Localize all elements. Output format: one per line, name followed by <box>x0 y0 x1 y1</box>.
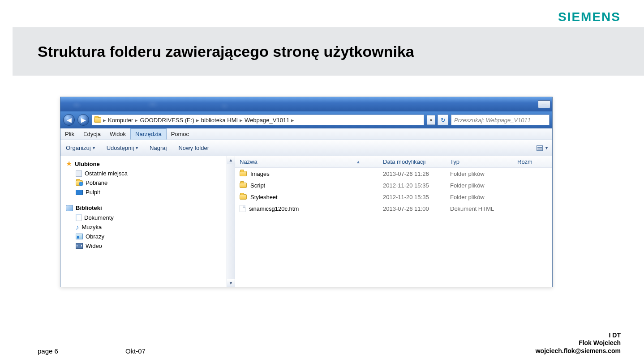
desktop-icon <box>76 190 83 195</box>
chevron-down-icon[interactable]: ▾ <box>545 145 548 150</box>
file-list-pane: Nazwa▲ Data modyfikacji Typ Rozm Images … <box>235 156 552 287</box>
organize-button[interactable]: Organizuj ▾ <box>66 145 95 151</box>
slide-footer: page 6 Okt-07 I DT Flok Wojciech wojciec… <box>38 332 621 355</box>
nav-documents[interactable]: Dokumenty <box>66 213 235 222</box>
scroll-up-icon[interactable]: ▲ <box>227 156 235 164</box>
nav-pictures[interactable]: Obrazy <box>66 232 235 241</box>
menu-narzedzia[interactable]: Narzędzia <box>130 128 167 140</box>
breadcrumb-item[interactable]: GOODDRIVESS (E:)▸ <box>140 117 199 124</box>
search-input[interactable]: Przeszukaj: Webpage_V1011 <box>451 115 550 125</box>
nav-scrollbar[interactable]: ▲ ▼ <box>227 156 235 287</box>
breadcrumb-item[interactable]: Komputer▸ <box>108 117 138 124</box>
video-icon <box>76 243 83 249</box>
chevron-right-icon: ▸ <box>103 117 106 124</box>
minimize-button[interactable]: — <box>538 100 550 108</box>
page-number: page 6 <box>38 347 58 355</box>
navigation-pane: ★Ulubione Ostatnie miejsca Pobrane Pulpi… <box>60 156 235 287</box>
folder-icon <box>240 194 247 200</box>
column-date[interactable]: Data modyfikacji <box>378 158 446 165</box>
column-type[interactable]: Typ <box>446 158 513 165</box>
window-titlebar[interactable]: — <box>60 97 552 111</box>
file-row[interactable]: sinamicsg120c.htm 2013-07-26 11:00 Dokum… <box>235 203 552 214</box>
nav-forward-button[interactable]: ▶ <box>77 114 89 126</box>
new-folder-button[interactable]: Nowy folder <box>178 145 209 151</box>
nav-music[interactable]: ♪Muzyka <box>66 222 235 232</box>
music-icon: ♪ <box>76 224 79 230</box>
scroll-down-icon[interactable]: ▼ <box>227 279 235 287</box>
menu-bar: Plik Edycja Widok Narzędzia Pomoc <box>60 128 552 140</box>
department: I DT <box>536 332 621 340</box>
address-toolbar: ◀ ▶ ▸ Komputer▸ GOODDRIVESS (E:)▸ biblio… <box>60 111 552 128</box>
refresh-button[interactable]: ↻ <box>438 115 448 125</box>
breadcrumb-item[interactable]: biblioteka HMI▸ <box>201 117 243 124</box>
recent-icon <box>76 170 82 177</box>
menu-pomoc[interactable]: Pomoc <box>167 128 193 140</box>
nav-libraries[interactable]: Biblioteki <box>66 203 235 213</box>
author-name: Flok Wojciech <box>536 339 621 347</box>
downloads-icon <box>76 180 83 186</box>
breadcrumb-bar[interactable]: ▸ Komputer▸ GOODDRIVESS (E:)▸ biblioteka… <box>92 115 424 125</box>
file-row[interactable]: Images 2013-07-26 11:26 Folder plików <box>235 168 552 179</box>
nav-recent-places[interactable]: Ostatnie miejsca <box>66 169 235 178</box>
breadcrumb-dropdown[interactable]: ▾ <box>427 115 435 125</box>
menu-plik[interactable]: Plik <box>60 128 79 140</box>
html-file-icon <box>240 205 245 212</box>
menu-edycja[interactable]: Edycja <box>79 128 105 140</box>
nav-videos[interactable]: Wideo <box>66 241 235 251</box>
folder-icon <box>240 183 247 188</box>
file-row[interactable]: Script 2012-11-20 15:35 Folder plików <box>235 179 552 191</box>
siemens-logo: SIEMENS <box>558 10 621 24</box>
column-header-row: Nazwa▲ Data modyfikacji Typ Rozm <box>235 156 552 168</box>
pictures-icon <box>76 234 83 239</box>
burn-button[interactable]: Nagraj <box>150 145 167 151</box>
nav-desktop[interactable]: Pulpit <box>66 187 235 197</box>
star-icon: ★ <box>66 160 72 167</box>
slide-title: Struktura folderu zawierającego stronę u… <box>38 43 414 60</box>
nav-favorites[interactable]: ★Ulubione <box>66 159 235 169</box>
sort-asc-icon: ▲ <box>356 159 361 164</box>
view-options-icon[interactable] <box>537 145 543 151</box>
document-icon <box>76 214 82 221</box>
column-size[interactable]: Rozm <box>513 158 540 165</box>
command-bar: Organizuj ▾ Udostępnij ▾ Nagraj Nowy fol… <box>60 140 552 156</box>
breadcrumb-item[interactable]: Webpage_V1011▸ <box>245 117 294 124</box>
menu-widok[interactable]: Widok <box>105 128 130 140</box>
author-email: wojciech.flok@siemens.com <box>536 347 621 355</box>
nav-downloads[interactable]: Pobrane <box>66 178 235 187</box>
folder-icon <box>94 117 101 123</box>
share-button[interactable]: Udostępnij ▾ <box>107 145 138 151</box>
file-row[interactable]: Stylesheet 2012-11-20 15:35 Folder plikó… <box>235 191 552 203</box>
slide-date: Okt-07 <box>125 347 146 355</box>
slide-title-bar: Struktura folderu zawierającego stronę u… <box>13 27 644 76</box>
library-icon <box>66 205 73 211</box>
nav-back-button[interactable]: ◀ <box>63 114 75 126</box>
explorer-window: — ◀ ▶ ▸ Komputer▸ GOODDRIVESS (E:)▸ bibl… <box>60 97 553 287</box>
column-name[interactable]: Nazwa▲ <box>235 158 378 165</box>
folder-icon <box>240 171 247 176</box>
